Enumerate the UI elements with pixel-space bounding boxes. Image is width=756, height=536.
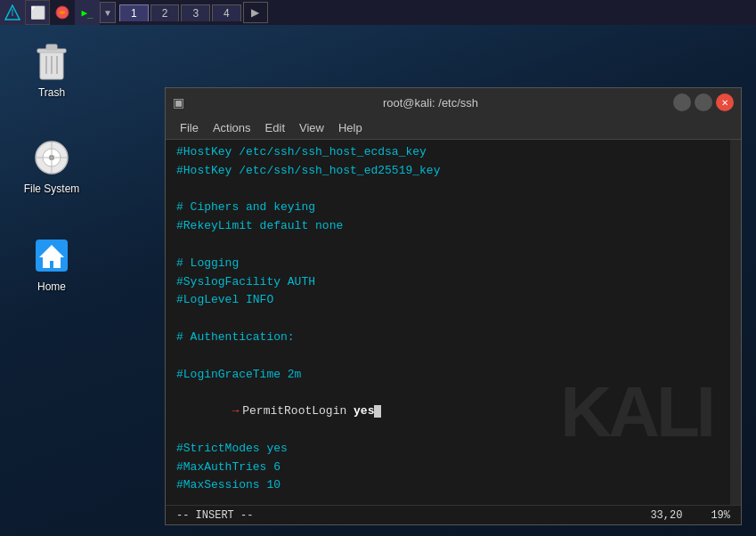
tab-arrow[interactable]: ▶ xyxy=(243,2,268,23)
minimize-button[interactable] xyxy=(673,93,691,111)
tab-2[interactable]: 2 xyxy=(150,4,180,21)
status-percent: 19% xyxy=(711,509,730,522)
taskbar-terminal-icon2[interactable]: ▶_ xyxy=(75,0,100,25)
terminal-menubar: File Actions Edit View Help xyxy=(166,117,741,140)
desktop-icon-trash[interactable]: Trash xyxy=(16,40,87,99)
code-line: # Authentication: xyxy=(176,329,719,347)
text-cursor xyxy=(374,405,381,418)
code-line: #SyslogFacility AUTH xyxy=(176,273,719,292)
taskbar-tabs: 1 2 3 4 ▶ xyxy=(119,2,268,23)
code-line xyxy=(176,347,719,366)
taskbar-dropdown-icon[interactable]: ▼ xyxy=(100,2,116,23)
code-line: #HostKey /etc/ssh/ssh_host_ecdsa_key xyxy=(176,143,719,162)
filesystem-label: File System xyxy=(24,183,80,195)
code-line xyxy=(176,236,719,255)
trash-label: Trash xyxy=(38,86,65,99)
close-button[interactable]: ✕ xyxy=(716,93,734,111)
editor-content[interactable]: KALI #HostKey /etc/ssh/ssh_host_ecdsa_ke… xyxy=(166,140,730,505)
code-line: # Logging xyxy=(176,255,719,273)
code-line: #RekeyLimit default none xyxy=(176,217,719,236)
terminal-window: ▣ root@kali: /etc/ssh ✕ File Actions Edi… xyxy=(165,87,742,525)
terminal-title-icon: ▣ xyxy=(173,95,184,110)
menu-file[interactable]: File xyxy=(173,121,206,134)
code-line: #LoginGraceTime 2m xyxy=(176,366,719,385)
kali-logo-icon[interactable] xyxy=(0,0,25,25)
status-position: 33,20 xyxy=(650,509,682,522)
menu-actions[interactable]: Actions xyxy=(206,121,258,134)
terminal-titlebar: ▣ root@kali: /etc/ssh ✕ xyxy=(166,88,741,117)
menu-view[interactable]: View xyxy=(292,121,331,134)
menu-help[interactable]: Help xyxy=(331,121,370,134)
home-label: Home xyxy=(37,280,66,293)
taskbar: ⬜ ▶_ ▼ 1 2 3 4 ▶ xyxy=(0,0,756,25)
code-line xyxy=(176,310,719,329)
code-line: #MaxAuthTries 6 xyxy=(176,459,719,477)
code-line: #MaxSessions 10 xyxy=(176,476,719,495)
statusbar: -- INSERT -- 33,20 19% xyxy=(166,505,741,524)
menu-edit[interactable]: Edit xyxy=(258,121,292,134)
status-mode: -- INSERT -- xyxy=(176,509,253,522)
taskbar-window-icon[interactable]: ⬜ xyxy=(25,0,50,25)
terminal-title: root@kali: /etc/ssh xyxy=(191,96,670,110)
desktop-icon-filesystem[interactable]: File System xyxy=(16,136,87,195)
arrow-indicator: → xyxy=(232,404,239,418)
status-right: 33,20 19% xyxy=(650,509,730,522)
code-line: #StrictModes yes xyxy=(176,440,719,459)
svg-rect-5 xyxy=(46,45,57,50)
code-line: #LogLevel INFO xyxy=(176,291,719,310)
taskbar-browser-icon[interactable] xyxy=(50,0,75,25)
tab-3[interactable]: 3 xyxy=(181,4,210,21)
code-line xyxy=(176,495,719,505)
maximize-button[interactable] xyxy=(695,93,712,111)
code-line: #HostKey /etc/ssh/ssh_host_ed25519_key xyxy=(176,162,719,181)
code-line-ciphers: # Ciphers and keying xyxy=(176,199,719,217)
filesystem-icon xyxy=(30,136,73,179)
taskbar-left: ⬜ ▶_ ▼ xyxy=(0,0,116,25)
code-line-permitrootlogin: →PermitRootLogin yes xyxy=(176,384,719,439)
tab-1[interactable]: 1 xyxy=(119,4,149,21)
home-icon xyxy=(30,234,73,277)
scrollbar[interactable] xyxy=(730,140,741,505)
tab-4[interactable]: 4 xyxy=(212,4,241,21)
desktop-icon-home[interactable]: Home xyxy=(16,234,87,293)
code-line xyxy=(176,181,719,199)
editor-main: KALI #HostKey /etc/ssh/ssh_host_ecdsa_ke… xyxy=(166,140,741,505)
trash-icon xyxy=(30,40,73,83)
